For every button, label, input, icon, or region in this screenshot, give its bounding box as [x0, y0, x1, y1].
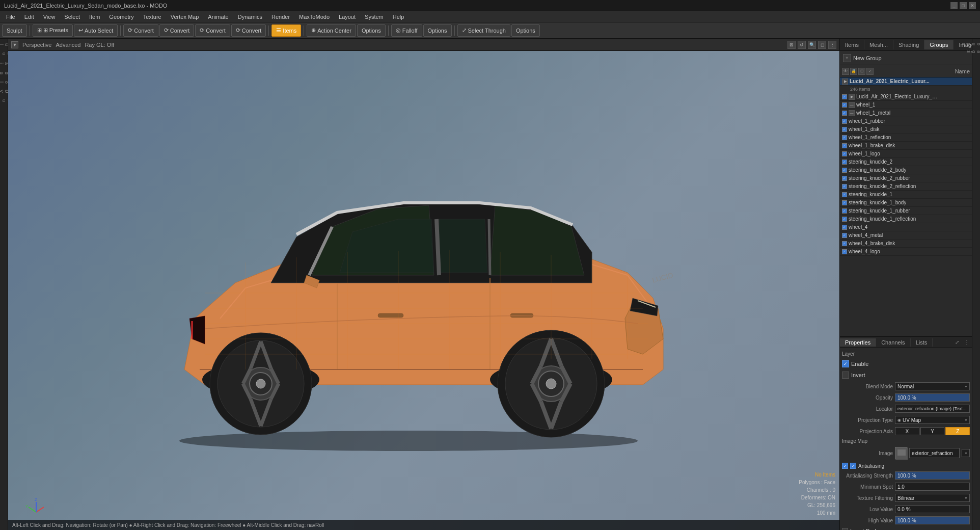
tree-col-eye[interactable]: 👁 — [842, 68, 849, 75]
tree-check-18[interactable]: ✓ — [842, 241, 847, 246]
falloff-button[interactable]: ◎ Falloff — [391, 24, 422, 37]
new-group-button[interactable]: + — [843, 54, 851, 62]
tree-item-8[interactable]: ✓ steering_knuckle_2 — [840, 158, 972, 166]
menu-dynamics[interactable]: Dynamics — [234, 13, 266, 21]
props-tab-properties[interactable]: Properties — [840, 338, 876, 347]
opacity-bar[interactable]: 100.0 % — [895, 393, 970, 402]
tree-col-render[interactable]: ⊡ — [858, 68, 865, 75]
minimize-button[interactable]: _ — [950, 2, 958, 9]
antialiasing-checkbox[interactable]: ✓ — [842, 463, 848, 469]
tree-item-16[interactable]: ✓ wheel_4 — [840, 223, 972, 231]
tree-item-14[interactable]: ✓ steering_knuckle_1_rubber — [840, 207, 972, 215]
tree-check-3[interactable]: ✓ — [842, 119, 847, 124]
highvalue-bar[interactable]: 100.0 % — [895, 516, 970, 524]
3d-viewport[interactable]: LUCID No Items Polygons : Face Channels … — [8, 51, 839, 530]
tree-item-5[interactable]: ✓ wheel_1_reflection — [840, 134, 972, 142]
tree-check-7[interactable]: ✓ — [842, 151, 847, 156]
tree-check-5[interactable]: ✓ — [842, 135, 847, 140]
axis-y-button[interactable]: Y — [920, 427, 945, 435]
tree-item-2[interactable]: ✓ — wheel_1_metal — [840, 109, 972, 117]
menu-help[interactable]: Help — [389, 13, 409, 21]
tree-check-11[interactable]: ✓ — [842, 184, 847, 189]
invert-checkbox[interactable] — [842, 372, 849, 379]
tree-item-12[interactable]: ✓ steering_knuckle_1 — [840, 191, 972, 199]
antialias-bar[interactable]: 100.0 % — [895, 471, 970, 480]
image-thumbnail[interactable] — [895, 447, 907, 459]
action-center-button[interactable]: ⊕ Action Center — [307, 24, 356, 37]
tree-col-check[interactable]: ✓ — [866, 68, 874, 75]
window-controls[interactable]: _ □ ✕ — [950, 2, 976, 9]
presets-button[interactable]: ⊞ ⊞ Presets — [33, 24, 73, 37]
tree-check-6[interactable]: ✓ — [842, 143, 847, 148]
edge-tab-groups[interactable]: Groups — [960, 41, 981, 48]
menu-geometry[interactable]: Geometry — [105, 13, 138, 21]
tree-item-7[interactable]: ✓ wheel_1_logo — [840, 150, 972, 158]
axis-x-button[interactable]: X — [895, 427, 919, 435]
minspot-value[interactable]: 1.0 — [895, 483, 970, 491]
scene-tab-shading[interactable]: Shading — [893, 40, 924, 49]
tree-item-0[interactable]: ✓ ▶ Lucid_Air_2021_Electric_Luxury_S ... — [840, 93, 972, 101]
locator-value[interactable]: exterior_refraction (Image) (Text... — [895, 405, 970, 413]
tree-root-vis[interactable]: ▶ — [842, 78, 848, 85]
convert-button-1[interactable]: ⟳ Convert — [123, 24, 158, 37]
scene-tab-mesh[interactable]: Mesh... — [864, 40, 893, 49]
axis-z-button[interactable]: Z — [945, 427, 970, 435]
tree-root-item[interactable]: ▶ Lucid_Air_2021_Electric_Luxur... — [840, 77, 972, 86]
image-name[interactable]: exterior_refraction — [909, 448, 960, 458]
menu-animate[interactable]: Animate — [204, 13, 232, 21]
image-dropdown-btn[interactable] — [962, 449, 970, 457]
enable-checkbox[interactable]: ✓ — [842, 360, 849, 367]
tree-item-1[interactable]: ✓ — wheel_1 — [840, 101, 972, 109]
select-through-button[interactable]: ⤢ Select Through — [457, 24, 510, 37]
menu-item[interactable]: Item — [85, 13, 104, 21]
tree-item-19[interactable]: ✓ wheel_4_logo — [840, 248, 972, 256]
scene-tab-groups[interactable]: Groups — [924, 40, 954, 49]
auto-select-button[interactable]: ↩ Auto Select — [74, 24, 118, 37]
invertred-checkbox[interactable] — [842, 528, 848, 530]
tree-check-1[interactable]: ✓ — [842, 102, 847, 108]
menu-vertexmap[interactable]: Vertex Map — [167, 13, 203, 21]
tree-item-13[interactable]: ✓ steering_knuckle_1_body — [840, 199, 972, 207]
tree-check-12[interactable]: ✓ — [842, 192, 847, 197]
items-button[interactable]: ☰ Items — [271, 24, 301, 37]
tree-item-4[interactable]: ✓ wheel_1_disk — [840, 125, 972, 134]
viewport-raygl[interactable]: Ray GL: Off — [85, 42, 114, 48]
tree-col-lock[interactable]: 🔒 — [850, 68, 857, 75]
projtype-dropdown[interactable]: ◉ UV Map — [895, 416, 970, 424]
tree-item-9[interactable]: ✓ steering_knuckle_2_body — [840, 166, 972, 174]
tree-check-10[interactable]: ✓ — [842, 176, 847, 181]
tree-check-4[interactable]: ✓ — [842, 127, 847, 132]
menu-system[interactable]: System — [361, 13, 388, 21]
tree-vis-1[interactable]: — — [849, 102, 855, 108]
tree-check-2[interactable]: ✓ — [842, 111, 847, 116]
tree-check-15[interactable]: ✓ — [842, 217, 847, 222]
tree-check-0[interactable]: ✓ — [842, 94, 847, 99]
tree-check-8[interactable]: ✓ — [842, 160, 847, 165]
viewport-ctrl-5[interactable]: ⋮ — [828, 41, 836, 49]
scene-tree[interactable]: ▶ Lucid_Air_2021_Electric_Luxur... 246 I… — [840, 77, 972, 336]
antialiasing-sub-checkbox[interactable]: ✓ — [850, 463, 856, 469]
viewport-ctrl-4[interactable]: ◻ — [818, 41, 826, 49]
tree-item-11[interactable]: ✓ steering_knuckle_2_reflection — [840, 182, 972, 191]
tree-check-17[interactable]: ✓ — [842, 233, 847, 238]
viewport-ctrl-1[interactable]: ⊠ — [787, 41, 796, 49]
viewport-ctrl-3[interactable]: 🔍 — [808, 41, 816, 49]
menu-render[interactable]: Render — [267, 13, 294, 21]
convert-button-4[interactable]: ⟳ Convert — [231, 24, 266, 37]
convert-button-3[interactable]: ⟳ Convert — [195, 24, 230, 37]
tree-item-3[interactable]: ✓ wheel_1_rubber — [840, 117, 972, 125]
menu-select[interactable]: Select — [60, 13, 84, 21]
close-button[interactable]: ✕ — [969, 2, 976, 9]
options1-button[interactable]: Options — [357, 24, 386, 37]
lowvalue-value[interactable]: 0.0 % — [895, 505, 970, 513]
tree-check-19[interactable]: ✓ — [842, 249, 847, 254]
blendmode-dropdown[interactable]: Normal — [895, 382, 970, 390]
options2-button[interactable]: Options — [423, 24, 452, 37]
options3-button[interactable]: Options — [511, 24, 540, 37]
tree-check-13[interactable]: ✓ — [842, 200, 847, 205]
tree-item-10[interactable]: ✓ steering_knuckle_2_rubber — [840, 174, 972, 182]
texfilter-dropdown[interactable]: Bilinear — [895, 494, 970, 502]
viewport-toggle[interactable]: ▼ — [11, 41, 18, 48]
tree-check-16[interactable]: ✓ — [842, 225, 847, 230]
maximize-button[interactable]: □ — [960, 2, 967, 9]
